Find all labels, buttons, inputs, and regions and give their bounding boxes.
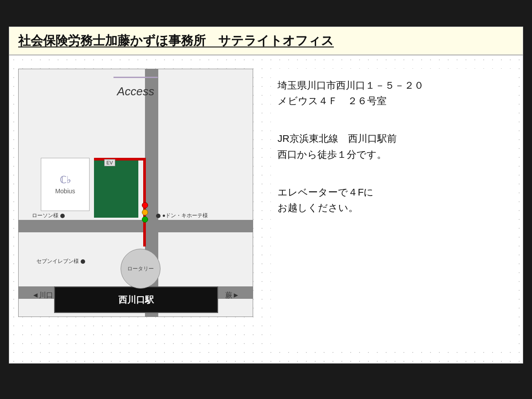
seven-label: セブンイレブン様 <box>36 258 79 265</box>
tl-green <box>142 216 148 223</box>
access-label-container: Access <box>113 76 158 78</box>
donki-dot <box>156 214 160 218</box>
station-label: 西川口駅 <box>118 294 154 306</box>
left-direction: ◄川口 <box>32 291 53 300</box>
access-text: JR京浜東北線 西川口駅前 西口から徒歩１分です。 <box>278 131 507 162</box>
address-text: 埼玉県川口市西川口１－５－２０ メビウス４Ｆ ２６号室 <box>278 78 507 109</box>
route-horizontal <box>94 158 146 160</box>
landmark-seven: セブンイレブン様 <box>36 258 85 265</box>
tl-yellow <box>142 209 148 215</box>
station-bar: 西川口駅 <box>54 286 218 313</box>
landmark-donki: ●ドン・キホーテ様 <box>156 212 208 219</box>
content-area: 社会保険労務士加藤かずほ事務所 サテライトオフィス Access <box>9 27 523 364</box>
mobius-icon: ℂ♭ <box>60 174 71 186</box>
access-label: Access <box>117 85 154 98</box>
address-block: 埼玉県川口市西川口１－５－２０ メビウス４Ｆ ２６号室 <box>271 73 514 113</box>
rotary-label: ロータリー <box>127 265 154 273</box>
road-horizontal-top <box>19 220 253 232</box>
info-section: 埼玉県川口市西川口１－５－２０ メビウス４Ｆ ２６号室 JR京浜東北線 西川口駅… <box>271 69 514 350</box>
bottom-bar <box>0 372 532 399</box>
access-block: JR京浜東北線 西川口駅前 西口から徒歩１分です。 <box>271 126 514 166</box>
address-line1: 埼玉県川口市西川口１－５－２０ <box>278 80 424 91</box>
lawson-label: ローソン様 <box>32 212 59 219</box>
elevator-block: エレベーターで４Fに お越しください。 <box>271 180 514 220</box>
left-direction-label: ◄川口 <box>32 291 53 299</box>
main-container: 社会保険労務士加藤かずほ事務所 サテライトオフィス Access <box>0 0 532 399</box>
lawson-dot <box>60 214 65 218</box>
right-direction: 蕨► <box>225 291 239 300</box>
donki-label: ●ドン・キホーテ様 <box>162 212 208 219</box>
elevator-line2: お越しください。 <box>278 202 358 213</box>
mobius-text: Mobius <box>55 188 75 195</box>
body-area: Access EV <box>9 55 523 364</box>
elevator-line1: エレベーターで４Fに <box>278 187 374 198</box>
landmark-lawson: ローソン様 <box>32 212 65 219</box>
access-line1: JR京浜東北線 西川口駅前 <box>278 133 397 144</box>
title-bar: 社会保険労務士加藤かずほ事務所 サテライトオフィス <box>9 27 523 55</box>
page-title: 社会保険労務士加藤かずほ事務所 サテライトオフィス <box>18 34 334 47</box>
building-green <box>94 158 138 218</box>
rotary: ロータリー <box>121 249 160 289</box>
map-container: Access EV <box>18 69 253 317</box>
access-underline <box>113 77 158 78</box>
ev-label: EV <box>104 159 115 166</box>
seven-dot <box>81 259 85 264</box>
traffic-light <box>142 202 149 223</box>
top-bar <box>0 0 532 27</box>
right-direction-label: 蕨► <box>225 291 239 299</box>
address-line2: メビウス４Ｆ ２６号室 <box>278 95 387 106</box>
elevator-text: エレベーターで４Fに お越しください。 <box>278 184 507 215</box>
tl-red <box>142 202 148 208</box>
map-section: Access EV <box>18 69 253 350</box>
mobius-box: ℂ♭ Mobius <box>41 158 90 211</box>
access-line2: 西口から徒歩１分です。 <box>278 149 387 160</box>
